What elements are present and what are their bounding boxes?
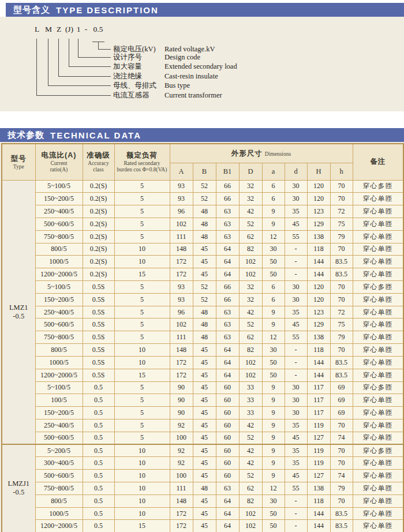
dimension-cell: 6 bbox=[262, 180, 285, 193]
dimension-cell: 66 bbox=[216, 281, 239, 294]
accuracy-class-cell: 0.2(S) bbox=[83, 243, 114, 256]
code-label-zh: 加大容量 bbox=[113, 62, 171, 71]
diagram-line bbox=[78, 57, 111, 58]
dimension-cell: 102 bbox=[239, 520, 262, 532]
dimension-cell: 138 bbox=[307, 230, 330, 243]
col-header-rated-burden: 额定负荷 Rated secondary burden cos Φ=0.8(VA… bbox=[114, 144, 170, 180]
dimension-cell: 96 bbox=[170, 306, 193, 319]
type-description-title-zh: 型号含义 bbox=[13, 5, 50, 16]
dimension-cell: 62 bbox=[239, 230, 262, 243]
dimension-cell: 90 bbox=[170, 394, 193, 407]
dimension-cell: 33 bbox=[239, 381, 262, 394]
dimension-cell: 30 bbox=[285, 281, 307, 294]
col-header-current-ratio: 电流比(A) Current ratio(A) bbox=[35, 144, 83, 180]
diagram-line bbox=[58, 76, 111, 77]
dimension-cell: 45 bbox=[193, 520, 216, 532]
rated-burden-cell: 10 bbox=[114, 482, 170, 495]
dimension-cell: 102 bbox=[239, 507, 262, 520]
dimension-cell: 42 bbox=[239, 205, 262, 218]
accuracy-class-cell: 0.5S bbox=[83, 306, 114, 319]
dimension-cell: 45 bbox=[193, 356, 216, 369]
dimension-cell: 60 bbox=[216, 432, 239, 444]
type-description-title-en: TYPE DESCRIPTION bbox=[56, 5, 159, 15]
dimension-cell: 45 bbox=[193, 457, 216, 470]
dimension-cell: 83.5 bbox=[330, 507, 353, 520]
dimension-cell: 74 bbox=[330, 470, 353, 482]
current-ratio-cell: 500~600/5 bbox=[35, 319, 83, 331]
dimension-cell: 74 bbox=[330, 432, 353, 444]
dimension-cell: 45 bbox=[193, 494, 216, 507]
dimension-cell: 90 bbox=[170, 407, 193, 419]
dimension-cell: 83.5 bbox=[330, 256, 353, 268]
dimension-cell: 45 bbox=[193, 344, 216, 357]
dimension-cell: - bbox=[285, 243, 307, 256]
dimension-cell: 12 bbox=[262, 482, 285, 495]
dimension-cell: 60 bbox=[216, 394, 239, 407]
dimension-cell: 102 bbox=[239, 268, 262, 281]
remark-cell: 穿心单匝 bbox=[353, 243, 403, 256]
dimension-cell: 60 bbox=[216, 457, 239, 470]
dimension-cell: 9 bbox=[262, 419, 285, 432]
dimension-cell: 50 bbox=[262, 520, 285, 532]
dimension-cell: 70 bbox=[330, 293, 353, 306]
dimension-cell: 52 bbox=[193, 281, 216, 294]
dimension-cell: 32 bbox=[239, 281, 262, 294]
diagram-line bbox=[69, 66, 111, 67]
dimension-cell: 63 bbox=[216, 319, 239, 331]
rated-burden-cell: 10 bbox=[114, 356, 170, 369]
table-row: 800/50.51014845648230-11870穿心单匝 bbox=[2, 494, 403, 507]
dimension-cell: 6 bbox=[262, 281, 285, 294]
dimension-cell: 92 bbox=[170, 457, 193, 470]
rated-burden-cell: 5 bbox=[114, 381, 170, 394]
remark-cell: 穿心单匝 bbox=[353, 205, 403, 218]
dimension-cell: 45 bbox=[193, 507, 216, 520]
code-part-Z: Z bbox=[57, 25, 61, 34]
accuracy-class-cell: 0.5S bbox=[83, 344, 114, 357]
dimension-cell: 50 bbox=[262, 268, 285, 281]
table-row: 100/50.559045603393011769穿心单匝 bbox=[2, 394, 403, 407]
rated-burden-cell: 10 bbox=[114, 470, 170, 482]
remark-cell: 穿心单匝 bbox=[353, 407, 403, 419]
table-row: 800/50.5S1014845648230-11870穿心单匝 bbox=[2, 344, 403, 357]
current-ratio-cell: 750~800/5 bbox=[35, 230, 83, 243]
accuracy-class-cell: 0.5 bbox=[83, 444, 114, 457]
dimension-cell: 9 bbox=[262, 218, 285, 230]
accuracy-class-cell: 0.5 bbox=[83, 407, 114, 419]
remark-cell: 穿心单匝 bbox=[353, 319, 403, 331]
diagram-line bbox=[36, 95, 111, 96]
dimension-cell: 33 bbox=[239, 407, 262, 419]
dimension-cell: 12 bbox=[262, 230, 285, 243]
dimension-cell: 62 bbox=[239, 331, 262, 344]
code-label-zh: 浇注绝缘 bbox=[113, 72, 171, 81]
dimension-cell: 120 bbox=[307, 293, 330, 306]
accuracy-class-cell: 0.5 bbox=[83, 470, 114, 482]
diagram-line bbox=[48, 39, 48, 85]
dimension-cell: 30 bbox=[262, 243, 285, 256]
diagram-line bbox=[98, 49, 111, 50]
dimension-cell: 30 bbox=[285, 394, 307, 407]
dimension-cell: 172 bbox=[170, 520, 193, 532]
dimension-cell: - bbox=[285, 494, 307, 507]
rated-burden-cell: 10 bbox=[114, 457, 170, 470]
dimension-cell: 79 bbox=[330, 230, 353, 243]
current-ratio-cell: 750~800/5 bbox=[35, 482, 83, 495]
type-description-header-bar: 型号含义 TYPE DESCRIPTION bbox=[6, 3, 404, 17]
dimension-cell: 118 bbox=[307, 494, 330, 507]
dimension-cell: 45 bbox=[193, 419, 216, 432]
accuracy-class-cell: 0.5 bbox=[83, 432, 114, 444]
current-ratio-cell: 1200~2000/5 bbox=[35, 520, 83, 532]
accuracy-class-cell: 0.2(S) bbox=[83, 205, 114, 218]
dimension-cell: 82 bbox=[239, 494, 262, 507]
dimension-cell: 35 bbox=[285, 444, 307, 457]
dimension-cell: 6 bbox=[262, 193, 285, 205]
col-header-type-en: Type bbox=[2, 164, 35, 170]
remark-cell: 穿心单匝 bbox=[353, 507, 403, 520]
rated-burden-cell: 10 bbox=[114, 494, 170, 507]
accuracy-class-cell: 0.5 bbox=[83, 419, 114, 432]
col-header-dim-d: d bbox=[285, 163, 307, 180]
dimension-cell: 45 bbox=[193, 243, 216, 256]
dimension-cell: 144 bbox=[307, 507, 330, 520]
remark-cell: 穿心单匝 bbox=[353, 293, 403, 306]
diagram-line bbox=[98, 42, 99, 49]
current-ratio-cell: 800/5 bbox=[35, 243, 83, 256]
